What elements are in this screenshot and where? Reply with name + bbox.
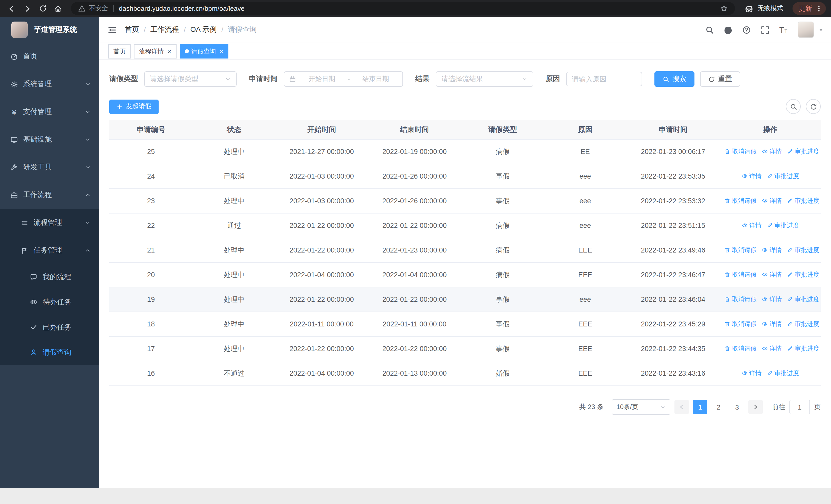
detail-link[interactable]: 详情	[762, 147, 782, 156]
app-logo[interactable]: 芋道管理系统	[0, 17, 99, 42]
detail-link[interactable]: 详情	[762, 345, 782, 353]
page-number-2[interactable]: 2	[711, 400, 726, 414]
detail-link[interactable]: 详情	[762, 320, 782, 328]
eye-icon	[762, 272, 768, 278]
filter-form: 请假类型 请选择请假类型 申请时间 开始日期 - 结束日期	[109, 71, 821, 87]
tab-leave-query[interactable]: 请假查询 ×	[179, 44, 228, 59]
next-page-button[interactable]	[748, 400, 763, 414]
create-leave-button[interactable]: 发起请假	[109, 99, 159, 114]
detail-link[interactable]: 详情	[762, 295, 782, 304]
sidebar-item-done-tasks[interactable]: 已办任务	[0, 315, 99, 340]
github-icon[interactable]	[720, 22, 736, 38]
cancel-leave-link[interactable]: 取消请假	[724, 270, 756, 279]
end-date-placeholder[interactable]: 结束日期	[353, 75, 398, 84]
breadcrumb-home[interactable]: 首页	[125, 25, 139, 34]
url-text[interactable]: dashboard.yudao.iocoder.cn/bpm/oa/leave	[119, 5, 245, 12]
sidebar-item-task-mgmt[interactable]: 任务管理	[0, 237, 99, 264]
home-icon[interactable]	[51, 2, 65, 15]
page-number-3[interactable]: 3	[730, 400, 744, 414]
approval-progress-link[interactable]: 审批进度	[787, 320, 819, 328]
approval-progress-link[interactable]: 审批进度	[787, 197, 819, 205]
collapse-sidebar-icon[interactable]	[99, 17, 125, 42]
dashboard-icon	[10, 53, 18, 60]
sidebar-item-workflow[interactable]: 工作流程	[0, 181, 99, 209]
star-icon[interactable]	[719, 3, 729, 13]
breadcrumb-workflow[interactable]: 工作流程	[150, 25, 179, 34]
page-size-select[interactable]: 10条/页	[612, 399, 670, 415]
approval-progress-link[interactable]: 审批进度	[787, 295, 819, 304]
date-range-picker[interactable]: 开始日期 - 结束日期	[284, 71, 403, 87]
goto-page-input[interactable]	[790, 400, 810, 414]
chevron-down-icon	[660, 404, 666, 410]
approval-progress-link[interactable]: 审批进度	[787, 345, 819, 353]
sidebar-item-devtools[interactable]: 研发工具	[0, 153, 99, 181]
detail-link[interactable]: 详情	[741, 172, 762, 181]
cancel-leave-link[interactable]: 取消请假	[724, 197, 756, 205]
detail-link[interactable]: 详情	[741, 369, 762, 378]
eye-icon	[741, 173, 748, 179]
font-size-icon[interactable]	[775, 22, 792, 38]
approval-progress-link[interactable]: 审批进度	[787, 147, 819, 156]
caret-down-icon[interactable]	[818, 27, 824, 33]
search-button[interactable]: 搜索	[654, 71, 694, 87]
fullscreen-icon[interactable]	[756, 22, 773, 38]
leave-type-select[interactable]: 请选择请假类型	[144, 71, 237, 87]
detail-link[interactable]: 详情	[762, 270, 782, 279]
browser-menu-button[interactable]: 更新	[793, 2, 826, 15]
trash-icon	[724, 346, 730, 352]
edit-icon	[767, 370, 773, 377]
chevron-down-icon	[85, 137, 91, 143]
reason-input[interactable]	[566, 72, 642, 86]
tab-home[interactable]: 首页	[108, 44, 131, 59]
sidebar-item-payment[interactable]: ¥ 支付管理	[0, 98, 99, 126]
search-icon[interactable]	[701, 22, 718, 38]
back-icon[interactable]	[5, 2, 19, 15]
page-content: 请假类型 请选择请假类型 申请时间 开始日期 - 结束日期	[99, 60, 831, 488]
user-avatar[interactable]	[798, 22, 814, 38]
result-select[interactable]: 请选择流结果	[436, 71, 533, 87]
cancel-leave-link[interactable]: 取消请假	[724, 345, 756, 353]
cancel-leave-link[interactable]: 取消请假	[724, 320, 756, 328]
detail-link[interactable]: 详情	[741, 221, 762, 230]
security-label[interactable]: 不安全	[89, 4, 108, 13]
refresh-table-button[interactable]	[806, 99, 821, 114]
sidebar-item-leave-query[interactable]: 请假查询	[0, 340, 99, 365]
cancel-leave-link[interactable]: 取消请假	[724, 246, 756, 255]
approval-progress-link[interactable]: 审批进度	[767, 221, 799, 230]
forward-icon[interactable]	[21, 2, 34, 15]
approval-progress-link[interactable]: 审批进度	[767, 172, 799, 181]
sidebar-item-process-mgmt[interactable]: 流程管理	[0, 209, 99, 237]
update-label[interactable]: 更新	[799, 4, 812, 13]
approval-progress-link[interactable]: 审批进度	[787, 270, 819, 279]
tab-process-detail[interactable]: 流程详情 ×	[134, 44, 176, 59]
edit-icon	[767, 173, 773, 179]
toggle-search-button[interactable]	[786, 99, 801, 114]
sidebar-item-pending-tasks[interactable]: 待办任务	[0, 290, 99, 315]
cancel-leave-link[interactable]: 取消请假	[724, 295, 756, 304]
sidebar-item-home[interactable]: 首页	[0, 42, 99, 70]
menu-dots-icon[interactable]	[815, 5, 823, 12]
reset-button[interactable]: 重置	[700, 71, 740, 87]
cancel-leave-link[interactable]: 取消请假	[724, 147, 756, 156]
sidebar-item-system[interactable]: 系统管理	[0, 70, 99, 98]
detail-link[interactable]: 详情	[762, 246, 782, 255]
approval-progress-link[interactable]: 审批进度	[787, 246, 819, 255]
detail-link[interactable]: 详情	[762, 197, 782, 205]
reload-icon[interactable]	[36, 2, 49, 15]
table-row: 18 处理中 2022-01-11 00:00:00 2022-01-11 00…	[109, 312, 821, 336]
approval-progress-link[interactable]: 审批进度	[767, 369, 799, 378]
address-bar[interactable]: 不安全 dashboard.yudao.iocoder.cn/bpm/oa/le…	[71, 2, 735, 15]
help-icon[interactable]	[738, 22, 754, 38]
wrench-icon	[10, 164, 18, 171]
sidebar-item-my-processes[interactable]: 我的流程	[0, 264, 99, 290]
chevron-down-icon	[85, 109, 91, 115]
breadcrumb-oa-example[interactable]: OA 示例	[191, 25, 217, 34]
page-number-1[interactable]: 1	[693, 400, 707, 414]
tab-close-icon[interactable]: ×	[167, 48, 171, 55]
tab-close-icon[interactable]: ×	[220, 48, 223, 55]
prev-page-button[interactable]	[675, 400, 689, 414]
incognito-icon	[744, 4, 754, 13]
sidebar-item-infrastructure[interactable]: 基础设施	[0, 126, 99, 153]
start-date-placeholder[interactable]: 开始日期	[300, 75, 344, 84]
breadcrumb-current: 请假查询	[228, 25, 257, 34]
